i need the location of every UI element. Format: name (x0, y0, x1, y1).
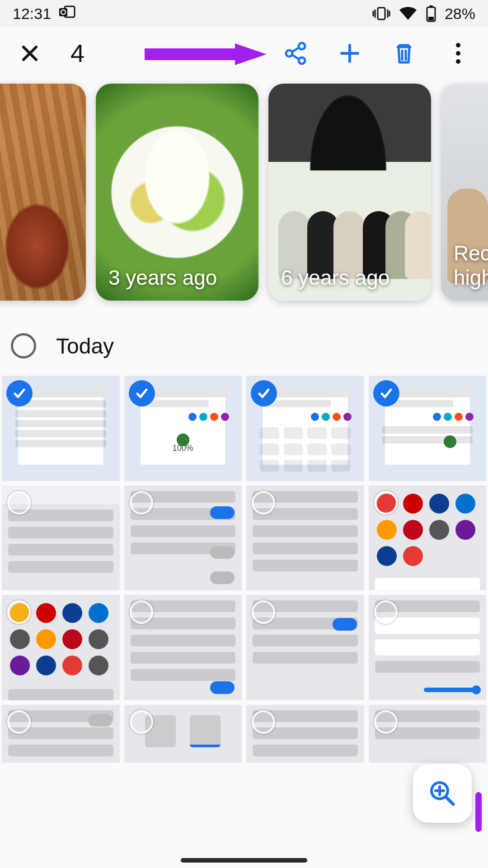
photo-thumb[interactable] (246, 486, 364, 591)
memories-carousel[interactable]: go 3 years ago 6 years ago Rece highl (0, 79, 488, 305)
photo-thumb[interactable] (2, 376, 120, 481)
svg-rect-3 (378, 8, 385, 19)
select-all-day-toggle[interactable] (11, 333, 36, 359)
zoom-fab[interactable] (413, 764, 472, 823)
outlook-icon (59, 5, 75, 23)
photo-thumb[interactable] (124, 486, 242, 591)
date-section-header: Today (0, 305, 488, 376)
select-ring-icon (252, 600, 275, 624)
select-ring-icon (130, 491, 153, 514)
share-button[interactable] (280, 38, 311, 69)
memory-card[interactable]: Rece highl (441, 84, 488, 301)
close-button[interactable] (14, 38, 45, 69)
memory-card[interactable]: 3 years ago (96, 84, 258, 301)
status-battery-pct: 28% (445, 5, 475, 23)
overflow-menu-button[interactable] (443, 38, 474, 69)
date-section-title: Today (56, 334, 114, 359)
delete-button[interactable] (389, 38, 419, 69)
select-ring-icon (374, 600, 398, 624)
photo-thumb[interactable] (369, 376, 487, 481)
zoom-in-icon (428, 779, 457, 808)
select-ring-icon (252, 710, 275, 734)
memory-label: 6 years ago (281, 265, 389, 290)
photo-thumb[interactable] (124, 705, 242, 763)
photo-thumb[interactable] (124, 595, 242, 700)
wifi-icon (399, 6, 418, 21)
photo-grid: 100% (0, 376, 488, 763)
selected-check-icon (6, 380, 33, 406)
select-ring-icon (130, 710, 153, 734)
select-ring-icon (374, 491, 398, 514)
memory-label: 3 years ago (108, 265, 217, 290)
select-ring-icon (374, 710, 398, 734)
add-to-button[interactable] (334, 38, 365, 69)
selection-count: 4 (70, 38, 84, 68)
photo-thumb[interactable]: 100% (124, 376, 242, 481)
photo-thumb[interactable] (369, 705, 487, 763)
annotation-accent-bar (475, 792, 482, 832)
photo-thumb[interactable] (246, 705, 364, 763)
memory-card[interactable]: 6 years ago (268, 84, 431, 301)
select-ring-icon (7, 710, 31, 734)
battery-icon (426, 5, 436, 22)
selected-check-icon (129, 380, 155, 406)
status-bar: 12:31 28% (0, 0, 488, 27)
photo-thumb[interactable] (369, 595, 487, 700)
memory-card[interactable]: go (0, 84, 86, 301)
select-ring-icon (7, 600, 31, 624)
svg-rect-6 (428, 17, 434, 20)
gesture-nav-handle (181, 858, 307, 863)
svg-point-11 (456, 51, 460, 56)
selection-action-bar: 4 (0, 27, 488, 79)
svg-point-12 (456, 59, 460, 64)
svg-rect-1 (59, 8, 67, 16)
vibrate-icon (372, 6, 390, 21)
select-ring-icon (130, 600, 153, 624)
memory-label: Rece highl (454, 241, 488, 290)
photo-thumb[interactable] (246, 376, 364, 481)
select-ring-icon (252, 491, 275, 514)
svg-point-10 (456, 43, 460, 47)
svg-rect-5 (429, 5, 433, 8)
photo-thumb[interactable] (2, 595, 120, 700)
photo-thumb[interactable] (369, 486, 487, 591)
selected-check-icon (251, 380, 277, 406)
status-time: 12:31 (13, 5, 51, 23)
photo-thumb[interactable] (2, 705, 120, 763)
photo-thumb[interactable] (246, 595, 364, 700)
select-ring-icon (7, 491, 31, 514)
photo-thumb[interactable] (2, 486, 120, 591)
selected-check-icon (373, 380, 399, 406)
